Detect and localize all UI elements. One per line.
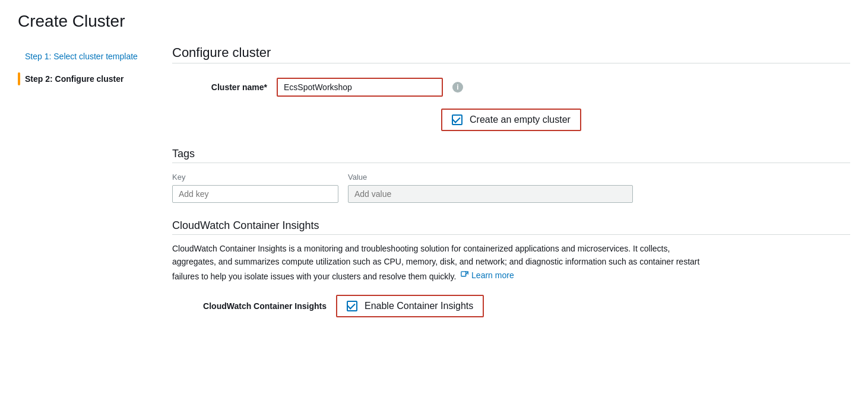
sidebar-step-2-label: Step 2: Configure cluster <box>25 74 123 84</box>
svg-rect-0 <box>461 272 466 276</box>
enable-insights-container: Enable Container Insights <box>336 295 484 317</box>
empty-cluster-label: Create an empty cluster <box>470 114 571 125</box>
insights-divider <box>172 234 850 235</box>
page-title: Create Cluster <box>18 12 850 31</box>
enable-insights-checkbox[interactable] <box>347 301 357 311</box>
tags-divider <box>172 163 850 163</box>
tags-value-col: Value <box>348 173 633 203</box>
empty-cluster-container: Create an empty cluster <box>441 109 581 131</box>
cluster-name-label: Cluster name* <box>172 82 267 92</box>
sidebar: Step 1: Select cluster template Step 2: … <box>18 45 172 334</box>
cluster-name-input[interactable] <box>277 78 443 97</box>
enable-insights-row: CloudWatch Container Insights Enable Con… <box>172 295 850 317</box>
main-divider <box>172 63 850 63</box>
tags-title: Tags <box>172 148 850 160</box>
insights-title: CloudWatch Container Insights <box>172 219 850 232</box>
empty-cluster-checkbox[interactable] <box>452 114 462 125</box>
sidebar-step-2: Step 2: Configure cluster <box>18 68 160 90</box>
cluster-name-row: Cluster name* i <box>172 78 850 97</box>
tags-key-label: Key <box>172 173 338 182</box>
tags-key-input[interactable] <box>172 185 338 203</box>
info-icon[interactable]: i <box>452 82 463 93</box>
sidebar-step-1-label: Step 1: Select cluster template <box>25 52 138 61</box>
external-link-icon <box>461 271 469 279</box>
empty-cluster-row: Create an empty cluster <box>172 109 850 131</box>
enable-insights-label: Enable Container Insights <box>365 301 473 311</box>
insights-description: CloudWatch Container Insights is a monit… <box>172 242 707 283</box>
main-content: Configure cluster Cluster name* i Create… <box>172 45 850 334</box>
learn-more-link[interactable]: Learn more <box>461 269 514 282</box>
sidebar-step-1[interactable]: Step 1: Select cluster template <box>18 45 160 68</box>
insights-field-label: CloudWatch Container Insights <box>172 301 327 311</box>
tags-key-col: Key <box>172 173 338 203</box>
tags-value-label: Value <box>348 173 633 182</box>
insights-section: CloudWatch Container Insights CloudWatch… <box>172 219 850 317</box>
learn-more-label: Learn more <box>471 269 514 282</box>
tags-value-input[interactable] <box>348 185 633 203</box>
configure-cluster-title: Configure cluster <box>172 45 850 61</box>
tags-row: Key Value <box>172 173 850 203</box>
tags-section: Tags Key Value <box>172 148 850 203</box>
